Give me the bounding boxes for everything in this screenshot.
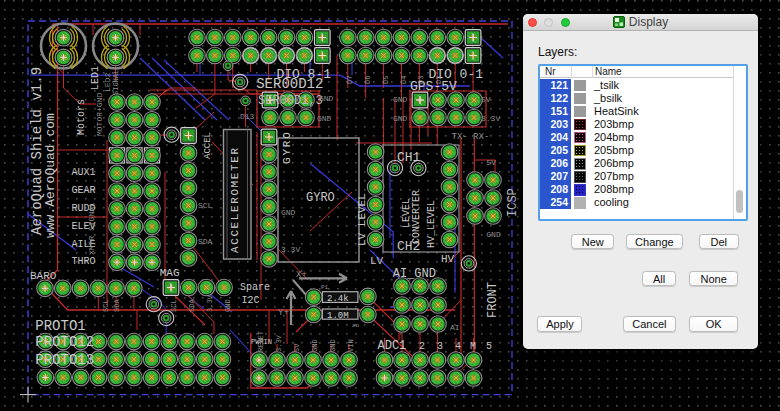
svg-text:ADC1: ADC1	[378, 339, 407, 353]
svg-text:GND: GND	[486, 230, 501, 239]
svg-text:3.3V: 3.3V	[206, 294, 214, 312]
svg-text:SIGNAL: SIGNAL	[112, 70, 120, 95]
svg-text:5V: 5V	[481, 95, 491, 104]
svg-text:D6: D6	[364, 76, 372, 84]
svg-text:Spare: Spare	[240, 282, 270, 293]
svg-text:XMTR SIGNAL: XMTR SIGNAL	[87, 202, 96, 255]
svg-text:3: 3	[437, 341, 443, 352]
svg-text:PROTO13: PROTO13	[35, 352, 94, 368]
svg-text:GND: GND	[281, 208, 296, 217]
svg-text:RESET: RESET	[257, 331, 265, 352]
svg-text:FRONT: FRONT	[486, 282, 500, 318]
svg-text:LV: LV	[370, 255, 384, 267]
svg-text:P1: P1	[321, 284, 329, 291]
svg-text:GND: GND	[329, 339, 337, 352]
svg-text:GEAR: GEAR	[71, 185, 95, 196]
svg-text:SDA: SDA	[113, 299, 121, 312]
svg-text:3.3V: 3.3V	[481, 114, 500, 123]
svg-text:LV LEVEL: LV LEVEL	[356, 193, 368, 246]
svg-text:GND: GND	[393, 95, 408, 104]
svg-text:MAG: MAG	[160, 267, 180, 279]
svg-text:SER00D1,3: SER00D1,3	[258, 94, 323, 108]
svg-text:AUX1: AUX1	[71, 167, 95, 178]
svg-text:D5: D5	[382, 76, 390, 84]
svg-text:I2C: I2C	[242, 295, 260, 306]
svg-text:CONVERTER: CONVERTER	[411, 190, 422, 244]
svg-text:D4: D4	[400, 76, 408, 84]
svg-text:SCL: SCL	[170, 299, 178, 312]
svg-text:Y+: Y+	[278, 308, 289, 318]
svg-text:Motors: Motors	[76, 99, 87, 135]
svg-text:LED2: LED2	[103, 73, 112, 92]
svg-text:DIO 8-1: DIO 8-1	[276, 67, 331, 82]
svg-text:ACCEL: ACCEL	[203, 132, 213, 159]
svg-text:D3: D3	[417, 76, 425, 84]
svg-text:D13: D13	[240, 112, 255, 121]
svg-text:MOTOR+GND: MOTOR+GND	[95, 93, 104, 136]
svg-text:ao: ao	[352, 322, 360, 329]
svg-text:ACCELEROMETER: ACCELEROMETER	[229, 146, 241, 253]
svg-text:CH1: CH1	[397, 150, 421, 165]
svg-text:4: 4	[455, 341, 461, 352]
svg-text:GND: GND	[311, 339, 319, 352]
svg-text:PROTO1: PROTO1	[35, 318, 85, 334]
svg-text:3.3V: 3.3V	[281, 245, 300, 254]
svg-text:THRO: THRO	[71, 256, 95, 267]
svg-text:GND: GND	[319, 94, 334, 103]
svg-text:M: M	[470, 341, 476, 352]
svg-text:1.0M: 1.0M	[327, 311, 349, 321]
svg-text:D2: D2	[435, 76, 443, 84]
svg-text:5: 5	[486, 341, 492, 352]
svg-text:X+: X+	[296, 270, 307, 280]
svg-text:GYRO: GYRO	[281, 130, 293, 164]
svg-text:www.AeroQuad.com: www.AeroQuad.com	[43, 113, 58, 238]
svg-text:2: 2	[419, 341, 425, 352]
svg-text:GYRO: GYRO	[306, 191, 335, 205]
svg-text:2.4k: 2.4k	[327, 294, 349, 304]
svg-text:LED1: LED1	[90, 66, 101, 90]
svg-text:SDA: SDA	[198, 237, 213, 246]
svg-text:5V: 5V	[486, 158, 496, 167]
svg-text:AI_GND: AI_GND	[393, 267, 436, 281]
svg-text:GND: GND	[224, 299, 232, 312]
svg-text:SCL: SCL	[102, 299, 110, 312]
svg-text:BARO: BARO	[30, 270, 57, 282]
svg-text:PROTO12: PROTO12	[35, 334, 94, 350]
svg-text:GND: GND	[393, 114, 408, 123]
svg-text:HV: HV	[441, 253, 455, 265]
svg-text:VIN: VIN	[347, 339, 355, 352]
svg-text:3.3V: 3.3V	[275, 334, 283, 352]
svg-text:SCL: SCL	[198, 201, 213, 210]
svg-text:D7: D7	[346, 76, 354, 84]
svg-text:AI: AI	[450, 323, 460, 332]
svg-text:TX- RX-: TX- RX-	[452, 132, 490, 142]
svg-text:SDA: SDA	[188, 299, 196, 312]
svg-text:ICSP: ICSP	[506, 188, 520, 217]
svg-text:5V: 5V	[293, 343, 301, 352]
svg-text:GND: GND	[317, 114, 332, 123]
svg-text:HV_LEVEL: HV_LEVEL	[426, 200, 437, 248]
